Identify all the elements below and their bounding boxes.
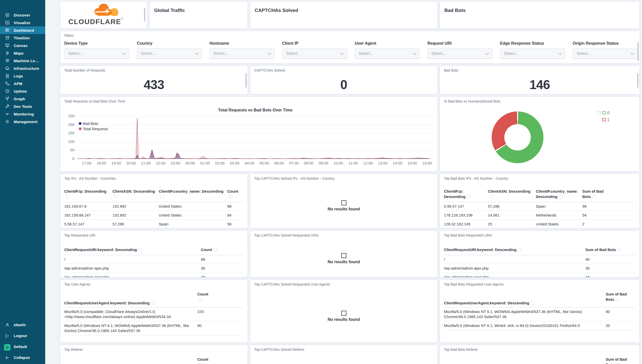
table-row: 128.32.162.14525United States2: [444, 220, 635, 228]
legend-label: Total Requests: [83, 127, 108, 131]
x-tick-label: 07:00: [286, 161, 302, 165]
chart-title: Total Requests vs Bad Bots Over Time: [77, 108, 433, 112]
machine-learning-icon: [5, 58, 10, 63]
legend-item-total-requests[interactable]: Total Requests: [79, 126, 108, 131]
x-tick-label: 02:00: [212, 161, 228, 165]
apm-icon: [5, 81, 10, 86]
donut-chart[interactable]: [492, 111, 543, 163]
sidebar-item-default[interactable]: DDefault: [0, 341, 45, 352]
table-cell: 54: [582, 213, 635, 218]
column-header[interactable]: ClientRequestURI.keyword: Descending: [64, 247, 142, 252]
sidebar-item-uptime[interactable]: Uptime: [0, 87, 45, 95]
scrollbar[interactable]: [637, 42, 639, 61]
table-panel-top-captcha-uris: Top CAPTCHAs Solved Requested URIsNo res…: [250, 230, 438, 277]
x-tick-label: 15:00: [405, 161, 420, 165]
sidebar-item-label: Dev Tools: [14, 104, 32, 109]
no-results-text: No results found: [250, 317, 437, 322]
panel-title: Bad Bots: [444, 68, 458, 72]
chevron-down-icon: [122, 51, 126, 55]
column-header[interactable]: Count: [197, 291, 213, 302]
no-results-message: No results found: [250, 311, 437, 322]
sidebar-item-canvas[interactable]: Canvas: [0, 42, 45, 49]
scrollbar[interactable]: [245, 73, 247, 88]
user-icon: [5, 322, 10, 327]
legend-dot-icon: [79, 122, 82, 125]
line-chart-plot: Bad BotsTotal Requests: [77, 116, 433, 159]
legend-item-bad-bots[interactable]: Bad Bots: [79, 121, 108, 126]
column-header[interactable]: ClientRequestURI.keyword: Descending: [444, 247, 521, 252]
select-placeholder: Select...: [141, 51, 155, 56]
column-header[interactable]: Sum of Bad Bots: [606, 291, 632, 302]
column-header[interactable]: Sum of Bad Bots: [606, 357, 635, 364]
column-header[interactable]: Sum of Bad Bots: [585, 247, 631, 252]
sidebar-item-infrastructure[interactable]: Infrastructure: [0, 64, 45, 72]
sidebar-item-monitoring[interactable]: Monitoring: [0, 110, 45, 118]
sort-square-icon: [151, 301, 154, 305]
pie-legend-item-0[interactable]: 0: [598, 109, 609, 116]
sort-square-icon: [199, 298, 202, 301]
column-header[interactable]: ClientASN: Descending: [113, 189, 155, 199]
sort-square-icon: [531, 301, 534, 305]
sidebar-item-collapse[interactable]: Collapse: [0, 352, 45, 363]
column-header[interactable]: Count: [201, 247, 244, 252]
column-header[interactable]: ClientIP.ip: Descending: [64, 189, 109, 199]
filter-select-user-agent[interactable]: Select...: [355, 48, 420, 59]
filter-select-country[interactable]: Select...: [137, 48, 202, 59]
pie-legend-item-1[interactable]: 1: [598, 116, 609, 123]
sidebar-item-management[interactable]: Management: [0, 118, 45, 125]
bar-chart-icon: [5, 20, 10, 25]
dashboard-grid-icon: [5, 28, 10, 33]
table-cell: Mozilla/5.0 (Windows NT 6.1; Win64; x64;…: [444, 323, 606, 328]
filters-panel: Filters Device TypeSelect...CountrySelec…: [60, 31, 640, 64]
no-results-text: No results found: [250, 260, 437, 264]
y-tick-label: 150: [60, 131, 74, 135]
x-tick-label: 03:00: [227, 161, 243, 165]
sidebar-item-visualize[interactable]: Visualize: [0, 19, 45, 26]
table-cell: 20: [606, 323, 635, 328]
column-header[interactable]: Sum of Bad Bots: [582, 189, 612, 199]
compass-icon: [5, 12, 10, 18]
sidebar-item-discover[interactable]: Discover: [0, 11, 45, 19]
filter-select-edge-response-status[interactable]: Select...: [500, 48, 565, 59]
column-header[interactable]: ClientRequestUserAgent.keyword: Descendi…: [64, 300, 154, 306]
table-cell: 162.158.68.147: [64, 213, 113, 218]
column-header[interactable]: ClientIP.country_name: Descending: [159, 189, 224, 199]
sidebar-item-timelion[interactable]: Timelion: [0, 34, 45, 42]
column-header[interactable]: ClientIP.country_name: Descending: [536, 189, 579, 199]
column-header[interactable]: ClientASN: Descending: [488, 189, 532, 199]
filter-select-origin-response-status[interactable]: Select...: [573, 48, 638, 59]
table-cell: /: [64, 257, 201, 262]
scrollbar[interactable]: [637, 73, 638, 88]
sidebar-item-label: Logs: [14, 74, 23, 78]
sidebar-item-label: Management: [14, 120, 38, 124]
sidebar-item-logs[interactable]: Logs: [0, 72, 45, 80]
x-tick-label: 04:00: [242, 161, 257, 165]
column-header[interactable]: ClientRequestUserAgent.keyword: Descendi…: [444, 300, 534, 306]
filter-select-client-ip[interactable]: Select...: [282, 48, 347, 59]
sidebar-item-apm[interactable]: APM: [0, 80, 45, 87]
sort-square-icon: [616, 363, 619, 364]
column-header[interactable]: ClientIP.ip: Descending: [444, 189, 484, 199]
table-cell: 16: [585, 275, 635, 277]
sidebar-item-logout[interactable]: Logout: [0, 330, 45, 341]
column-header[interactable]: Count: [197, 357, 213, 364]
table-cell: 132,892: [113, 213, 159, 218]
sidebar-item-maps[interactable]: Maps: [0, 49, 45, 57]
sidebar-item-dashboard[interactable]: Dashboard: [0, 26, 45, 34]
filters-title: Filters: [64, 34, 74, 38]
sidebar-item-graph[interactable]: Graph: [0, 95, 45, 103]
filter-select-hostname[interactable]: Select...: [210, 48, 275, 59]
chevron-down-icon: [413, 51, 416, 55]
table-cell: 2: [582, 222, 635, 227]
scrollbar[interactable]: [144, 8, 145, 21]
x-tick-label: 13:00: [375, 161, 391, 165]
panel-title: Top CAPTCHAs Solved Requested User Agent…: [254, 282, 330, 286]
filter-select-request-uri[interactable]: Select...: [427, 48, 492, 59]
sidebar-item-machine-le[interactable]: Machine Le…: [0, 57, 45, 64]
select-placeholder: Select...: [576, 51, 591, 56]
column-header[interactable]: Count: [227, 189, 243, 199]
filter-select-device-type[interactable]: Select...: [64, 48, 129, 59]
sidebar-item-elastic[interactable]: elastic: [0, 319, 45, 330]
sidebar-item-dev-tools[interactable]: Dev Tools: [0, 103, 45, 110]
table-cell: 16: [201, 275, 244, 277]
